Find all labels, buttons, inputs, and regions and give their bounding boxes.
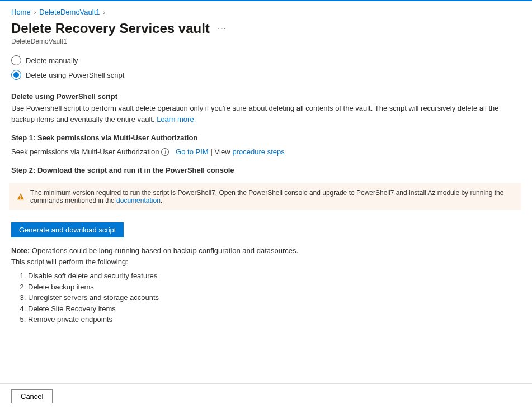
step1-title: Step 1: Seek permissions via Multi-User … [11,134,521,142]
list-item: Disable soft delete and security feature… [28,270,521,282]
documentation-link[interactable]: documentation [116,197,161,204]
note-block: Note: Operations could be long-running b… [11,245,521,267]
step2-title: Step 2: Download the script and run it i… [11,166,521,174]
warning-icon [17,193,25,201]
page-subtitle: DeleteDemoVault1 [11,37,521,45]
procedure-steps-link[interactable]: procedure steps [233,148,285,156]
operations-list: Disable soft delete and security feature… [28,270,521,325]
svg-rect-0 [20,195,21,197]
delete-method-radio-group: Delete manually Delete using PowerShell … [11,55,521,80]
radio-label: Delete using PowerShell script [26,71,124,79]
step1-body: Seek permissions via Multi-User Authoriz… [11,148,521,156]
svg-rect-1 [20,198,21,199]
script-section-description: Use Powershell script to perform vault d… [11,103,521,125]
script-section-heading: Delete using PowerShell script [11,92,521,101]
page-title: Delete Recovery Services vault [11,21,210,36]
learn-more-link[interactable]: Learn more. [157,115,196,123]
breadcrumb-home[interactable]: Home [11,8,31,16]
breadcrumb: Home › DeleteDemoVault1 › [11,8,521,16]
radio-label: Delete manually [26,56,78,65]
cancel-button[interactable]: Cancel [11,389,53,403]
radio-icon-selected [11,70,21,80]
go-to-pim-link[interactable]: Go to PIM [176,148,209,156]
more-actions-button[interactable]: ··· [215,22,229,35]
info-icon[interactable]: i [161,148,169,156]
generate-download-script-button[interactable]: Generate and download script [11,222,124,237]
radio-delete-manually[interactable]: Delete manually [11,55,521,65]
radio-icon [11,55,21,65]
list-item: Delete Site Recovery items [28,303,521,315]
list-item: Delete backup items [28,282,521,293]
chevron-right-icon: › [34,9,36,16]
radio-delete-powershell[interactable]: Delete using PowerShell script [11,70,521,80]
chevron-right-icon: › [103,9,106,16]
footer-bar: Cancel [0,383,532,409]
warning-banner: The minimum version required to run the … [9,183,521,210]
list-item: Remove private endpoints [28,314,521,325]
breadcrumb-vault[interactable]: DeleteDemoVault1 [39,8,100,16]
list-item: Unregister servers and storage accounts [28,292,521,303]
